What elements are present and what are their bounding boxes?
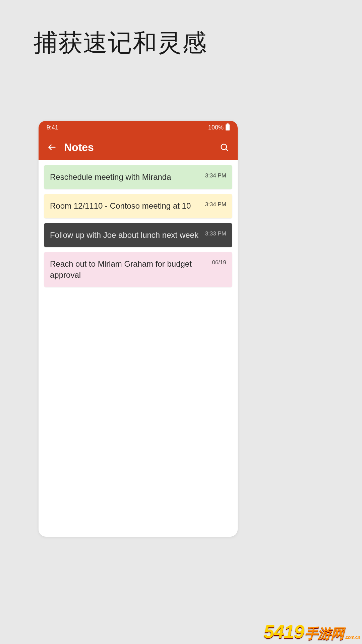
app-bar: Notes xyxy=(39,134,238,160)
back-button[interactable] xyxy=(44,139,60,155)
note-time: 3:33 PM xyxy=(205,230,226,237)
note-text: Reschedule meeting with Miranda xyxy=(50,172,202,182)
status-time: 9:41 xyxy=(47,124,58,131)
svg-line-2 xyxy=(226,149,228,151)
note-item[interactable]: Reach out to Miriam Graham for budget ap… xyxy=(44,252,232,287)
note-item[interactable]: Follow up with Joe about lunch next week… xyxy=(44,223,232,247)
watermark-sub: .com.cn xyxy=(345,635,360,640)
status-bar: 9:41 100% xyxy=(39,121,238,134)
battery-icon xyxy=(226,124,230,130)
search-icon xyxy=(220,143,229,152)
page-title: Notes xyxy=(64,141,216,154)
status-battery-text: 100% xyxy=(208,124,224,131)
note-item[interactable]: Reschedule meeting with Miranda 3:34 PM xyxy=(44,165,232,189)
arrow-left-icon xyxy=(47,143,57,152)
note-time: 06/19 xyxy=(212,259,226,266)
search-button[interactable] xyxy=(216,139,232,155)
note-text: Reach out to Miriam Graham for budget ap… xyxy=(50,259,208,280)
note-item[interactable]: Room 12/1110 - Contoso meeting at 10 3:3… xyxy=(44,194,232,218)
note-time: 3:34 PM xyxy=(205,172,226,179)
notes-list: Reschedule meeting with Miranda 3:34 PM … xyxy=(39,160,238,292)
promo-headline: 捕获速记和灵感 xyxy=(34,27,207,59)
watermark-main: 5419 xyxy=(264,621,304,642)
watermark-mid: 手游网 xyxy=(305,624,344,643)
phone-frame: 9:41 100% Notes Reschedule meeting with … xyxy=(39,121,238,537)
note-text: Follow up with Joe about lunch next week xyxy=(50,230,202,240)
site-watermark: 5419 手游网 .com.cn xyxy=(264,621,360,643)
note-text: Room 12/1110 - Contoso meeting at 10 xyxy=(50,201,202,211)
note-time: 3:34 PM xyxy=(205,201,226,208)
